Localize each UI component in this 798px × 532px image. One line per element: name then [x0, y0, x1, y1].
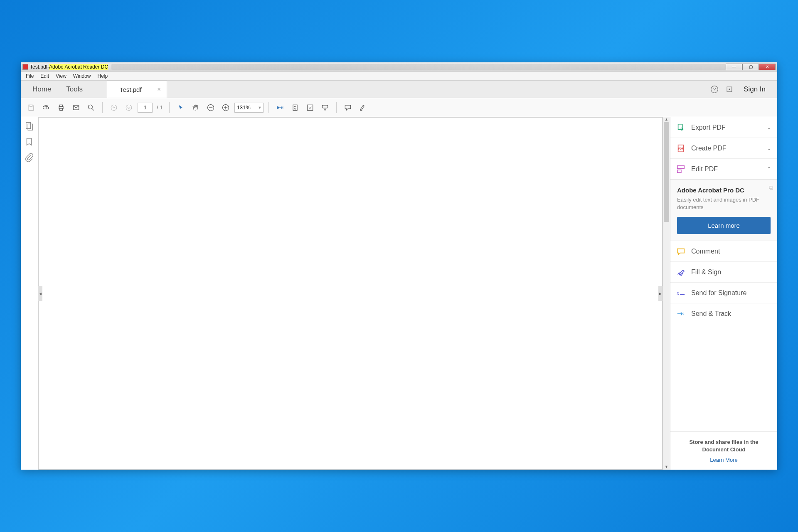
- zoom-level-select[interactable]: 131% ▼: [234, 103, 264, 113]
- document-viewport[interactable]: ◄ ►: [38, 117, 663, 470]
- promo-title: Adobe Acrobat Pro DC: [677, 187, 771, 194]
- page-total-label: / 1: [157, 104, 163, 111]
- tabbar: Home Tools Test.pdf × ? Sign In: [21, 81, 777, 98]
- document-tab-close-icon[interactable]: ×: [157, 86, 160, 93]
- collapse-left-panel-icon[interactable]: ◄: [38, 286, 42, 301]
- tool-label: Fill & Sign: [691, 268, 771, 276]
- cloud-promo-title: Store and share files in the Document Cl…: [679, 438, 769, 453]
- cloud-upload-icon[interactable]: [40, 101, 52, 114]
- menu-file[interactable]: File: [22, 72, 37, 80]
- svg-point-32: [683, 314, 684, 315]
- search-icon[interactable]: [85, 101, 97, 114]
- chevron-down-icon: ▼: [258, 106, 262, 110]
- hand-tool-icon[interactable]: [190, 101, 202, 114]
- tool-label: Send & Track: [691, 310, 771, 318]
- thumbnails-icon[interactable]: [25, 121, 34, 131]
- page-up-icon: [108, 101, 120, 114]
- toolbar: / 1 131% ▼: [21, 98, 777, 117]
- fit-width-icon[interactable]: [274, 101, 286, 114]
- pdf-file-icon: [22, 64, 28, 70]
- menu-view[interactable]: View: [52, 72, 70, 80]
- upsell-promo: ⧉ Adobe Acrobat Pro DC Easily edit text …: [670, 180, 777, 241]
- save-icon: [25, 101, 37, 114]
- tools-panel: Export PDF ⌄ PDF Create PDF ⌄ Edit PDF ⌃…: [670, 117, 777, 470]
- tool-send-signature[interactable]: x Send for Signature: [670, 283, 777, 303]
- svg-point-8: [88, 105, 92, 109]
- tool-label: Create PDF: [691, 145, 761, 152]
- window-controls: — ▢ ✕: [726, 64, 776, 70]
- svg-rect-5: [60, 105, 63, 106]
- tool-edit-pdf[interactable]: Edit PDF ⌃: [670, 159, 777, 180]
- sign-icon: [676, 268, 685, 277]
- svg-rect-7: [73, 106, 79, 110]
- svg-rect-21: [26, 123, 30, 129]
- collapse-right-panel-icon[interactable]: ►: [658, 286, 663, 301]
- svg-point-11: [126, 105, 132, 111]
- highlight-icon[interactable]: [357, 101, 369, 114]
- selection-tool-icon[interactable]: [175, 101, 187, 114]
- page-number-input[interactable]: [138, 103, 153, 113]
- send-track-icon: [676, 309, 685, 318]
- learn-more-button[interactable]: Learn more: [677, 217, 771, 234]
- tool-label: Export PDF: [691, 124, 761, 131]
- menu-window[interactable]: Window: [70, 72, 94, 80]
- menu-edit[interactable]: Edit: [37, 72, 52, 80]
- chevron-up-icon: ⌃: [767, 166, 771, 172]
- document-page: [38, 117, 663, 470]
- copy-icon[interactable]: ⧉: [769, 184, 773, 191]
- tool-fill-sign[interactable]: Fill & Sign: [670, 262, 777, 283]
- scrollbar-thumb[interactable]: [664, 122, 669, 222]
- page-down-icon: [123, 101, 135, 114]
- svg-text:x: x: [677, 291, 680, 296]
- tool-create-pdf[interactable]: PDF Create PDF ⌄: [670, 138, 777, 159]
- fullscreen-icon[interactable]: [304, 101, 316, 114]
- svg-rect-19: [323, 105, 328, 108]
- comment-icon[interactable]: [342, 101, 354, 114]
- cloud-promo-link[interactable]: Learn More: [679, 457, 769, 463]
- svg-rect-27: [677, 170, 681, 172]
- fit-page-icon[interactable]: [289, 101, 301, 114]
- print-icon[interactable]: [55, 101, 67, 114]
- document-tab[interactable]: Test.pdf ×: [107, 81, 167, 98]
- cloud-promo: Store and share files in the Document Cl…: [670, 431, 777, 470]
- svg-rect-23: [678, 124, 682, 129]
- sign-in-link[interactable]: Sign In: [740, 85, 769, 94]
- tool-comment[interactable]: Comment: [670, 241, 777, 262]
- navigation-rail: [21, 117, 38, 470]
- tab-home[interactable]: Home: [25, 81, 59, 98]
- help-icon[interactable]: ?: [710, 85, 719, 94]
- maximize-button[interactable]: ▢: [742, 64, 759, 70]
- read-mode-icon[interactable]: [319, 101, 331, 114]
- svg-rect-26: [677, 165, 685, 168]
- bookmarks-icon[interactable]: [25, 137, 34, 147]
- notifications-icon[interactable]: [725, 85, 734, 94]
- titlebar-filename: Test.pdf: [30, 64, 47, 70]
- scroll-down-icon[interactable]: ▼: [663, 465, 670, 470]
- document-tab-label: Test.pdf: [120, 86, 142, 93]
- titlebar: Test.pdf - Adobe Acrobat Reader DC — ▢ ✕: [21, 62, 777, 71]
- tool-send-track[interactable]: Send & Track: [670, 303, 777, 324]
- scroll-up-icon[interactable]: ▲: [663, 117, 670, 122]
- vertical-scrollbar[interactable]: ▲ ▼: [663, 117, 670, 470]
- create-pdf-icon: PDF: [676, 144, 685, 153]
- svg-rect-22: [28, 124, 32, 130]
- zoom-level-value: 131%: [236, 104, 250, 111]
- email-icon[interactable]: [70, 101, 82, 114]
- tab-tools[interactable]: Tools: [59, 81, 90, 98]
- app-window: Test.pdf - Adobe Acrobat Reader DC — ▢ ✕…: [21, 62, 777, 470]
- svg-rect-6: [60, 108, 63, 110]
- svg-point-10: [111, 105, 117, 111]
- zoom-in-icon[interactable]: [219, 101, 232, 114]
- menu-help[interactable]: Help: [94, 72, 111, 80]
- attachments-icon[interactable]: [25, 153, 34, 163]
- send-signature-icon: x: [676, 288, 685, 298]
- svg-line-9: [92, 108, 94, 110]
- close-button[interactable]: ✕: [759, 64, 776, 70]
- content-area: ◄ ► ▲ ▼ Export PDF ⌄ PDF Create PDF ⌄: [21, 117, 777, 470]
- chevron-down-icon: ⌄: [767, 124, 771, 131]
- titlebar-background-tabs: [111, 64, 726, 70]
- tool-export-pdf[interactable]: Export PDF ⌄: [670, 117, 777, 138]
- menubar: File Edit View Window Help: [21, 71, 777, 81]
- minimize-button[interactable]: —: [726, 64, 742, 70]
- zoom-out-icon[interactable]: [204, 101, 217, 114]
